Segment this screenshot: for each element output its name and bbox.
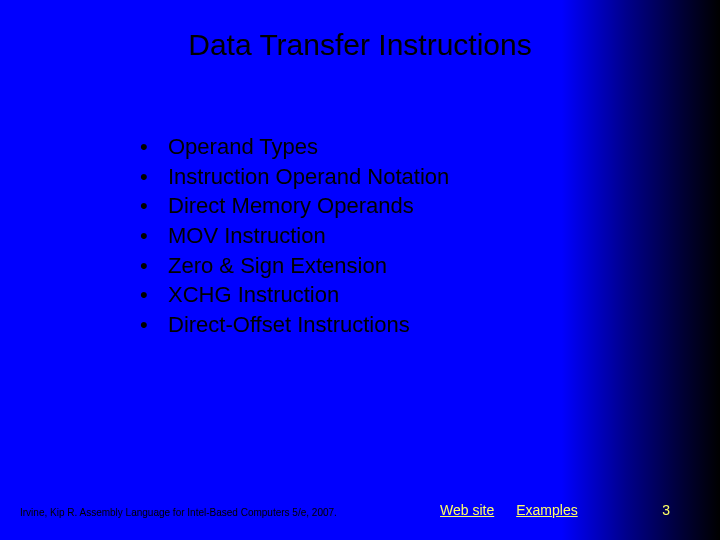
list-item: • Zero & Sign Extension bbox=[140, 251, 449, 281]
page-number: 3 bbox=[662, 502, 670, 518]
bullet-text: Instruction Operand Notation bbox=[168, 162, 449, 192]
bullet-text: Direct Memory Operands bbox=[168, 191, 414, 221]
list-item: • XCHG Instruction bbox=[140, 280, 449, 310]
slide: Data Transfer Instructions • Operand Typ… bbox=[0, 0, 720, 540]
list-item: • Direct-Offset Instructions bbox=[140, 310, 449, 340]
bullet-icon: • bbox=[140, 280, 168, 310]
list-item: • Direct Memory Operands bbox=[140, 191, 449, 221]
bullet-icon: • bbox=[140, 221, 168, 251]
examples-link[interactable]: Examples bbox=[516, 502, 577, 518]
footer-links: Web site Examples bbox=[440, 502, 578, 518]
bullet-icon: • bbox=[140, 162, 168, 192]
list-item: • Operand Types bbox=[140, 132, 449, 162]
footer-author-text: Irvine, Kip R. Assembly Language for Int… bbox=[20, 507, 337, 518]
bullet-icon: • bbox=[140, 191, 168, 221]
bullet-text: Zero & Sign Extension bbox=[168, 251, 387, 281]
bullet-icon: • bbox=[140, 310, 168, 340]
list-item: • Instruction Operand Notation bbox=[140, 162, 449, 192]
list-item: • MOV Instruction bbox=[140, 221, 449, 251]
bullet-text: XCHG Instruction bbox=[168, 280, 339, 310]
footer: Irvine, Kip R. Assembly Language for Int… bbox=[20, 507, 700, 518]
bullet-text: Direct-Offset Instructions bbox=[168, 310, 410, 340]
slide-title: Data Transfer Instructions bbox=[0, 28, 720, 62]
web-site-link[interactable]: Web site bbox=[440, 502, 494, 518]
bullet-text: Operand Types bbox=[168, 132, 318, 162]
bullet-icon: • bbox=[140, 251, 168, 281]
bullet-text: MOV Instruction bbox=[168, 221, 326, 251]
bullet-icon: • bbox=[140, 132, 168, 162]
bullet-list: • Operand Types • Instruction Operand No… bbox=[140, 132, 449, 340]
